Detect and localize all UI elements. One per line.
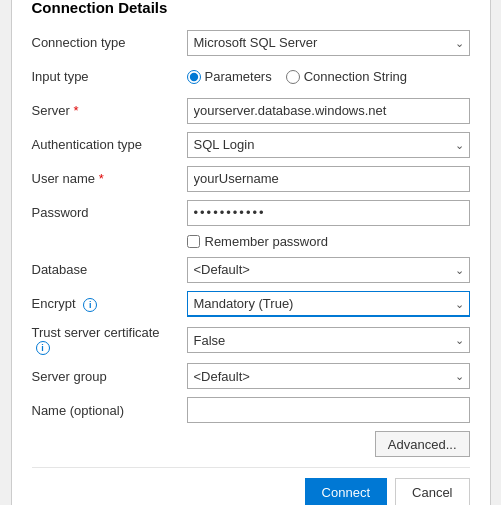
trust-cert-label: Trust server certificate i xyxy=(32,325,187,356)
encrypt-control: Mandatory (True)Optional (False)Strict (… xyxy=(187,291,470,317)
input-type-parameters-radio-label[interactable]: Parameters xyxy=(187,69,272,84)
username-row: User name * xyxy=(32,166,470,192)
advanced-button[interactable]: Advanced... xyxy=(375,431,470,457)
server-group-select-wrap: <Default> ⌄ xyxy=(187,363,470,389)
connection-type-select[interactable]: Microsoft SQL Server xyxy=(187,30,470,56)
connection-type-label: Connection type xyxy=(32,35,187,50)
input-type-connection-string-radio[interactable] xyxy=(286,70,300,84)
server-label: Server * xyxy=(32,103,187,118)
trust-cert-info-icon[interactable]: i xyxy=(36,341,50,355)
database-label: Database xyxy=(32,262,187,277)
password-row: Password xyxy=(32,200,470,226)
input-type-control: Parameters Connection String xyxy=(187,69,470,84)
name-control xyxy=(187,397,470,423)
database-control: <Default> ⌄ xyxy=(187,257,470,283)
input-type-parameters-radio[interactable] xyxy=(187,70,201,84)
advanced-row: Advanced... xyxy=(32,431,470,457)
trust-cert-row: Trust server certificate i FalseTrue ⌄ xyxy=(32,325,470,356)
auth-type-control: SQL Login ⌄ xyxy=(187,132,470,158)
input-type-label: Input type xyxy=(32,69,187,84)
encrypt-select[interactable]: Mandatory (True)Optional (False)Strict (… xyxy=(187,291,470,317)
dialog-title: Connection Details xyxy=(32,0,470,16)
server-input[interactable] xyxy=(187,98,470,124)
name-row: Name (optional) xyxy=(32,397,470,423)
connection-type-select-wrap: Microsoft SQL Server ⌄ xyxy=(187,30,470,56)
server-group-control: <Default> ⌄ xyxy=(187,363,470,389)
remember-password-row: Remember password xyxy=(32,234,470,249)
input-type-row: Input type Parameters Connection String xyxy=(32,64,470,90)
password-label: Password xyxy=(32,205,187,220)
remember-password-checkbox-label[interactable]: Remember password xyxy=(187,234,329,249)
password-input[interactable] xyxy=(187,200,470,226)
trust-cert-control: FalseTrue ⌄ xyxy=(187,327,470,353)
username-input[interactable] xyxy=(187,166,470,192)
auth-type-row: Authentication type SQL Login ⌄ xyxy=(32,132,470,158)
username-label: User name * xyxy=(32,171,187,186)
server-group-row: Server group <Default> ⌄ xyxy=(32,363,470,389)
button-row: Connect Cancel xyxy=(32,467,470,505)
database-select[interactable]: <Default> xyxy=(187,257,470,283)
encrypt-select-wrap: Mandatory (True)Optional (False)Strict (… xyxy=(187,291,470,317)
connection-type-control: Microsoft SQL Server ⌄ xyxy=(187,30,470,56)
connection-type-row: Connection type Microsoft SQL Server ⌄ xyxy=(32,30,470,56)
name-label: Name (optional) xyxy=(32,403,187,418)
remember-password-text: Remember password xyxy=(205,234,329,249)
server-group-label: Server group xyxy=(32,369,187,384)
input-type-parameters-text: Parameters xyxy=(205,69,272,84)
input-type-connection-string-text: Connection String xyxy=(304,69,407,84)
auth-type-label: Authentication type xyxy=(32,137,187,152)
trust-cert-select-wrap: FalseTrue ⌄ xyxy=(187,327,470,353)
database-row: Database <Default> ⌄ xyxy=(32,257,470,283)
encrypt-label: Encrypt i xyxy=(32,296,187,312)
encrypt-row: Encrypt i Mandatory (True)Optional (Fals… xyxy=(32,291,470,317)
input-type-connection-string-radio-label[interactable]: Connection String xyxy=(286,69,407,84)
cancel-button[interactable]: Cancel xyxy=(395,478,469,505)
server-control xyxy=(187,98,470,124)
auth-type-select[interactable]: SQL Login xyxy=(187,132,470,158)
remember-password-checkbox[interactable] xyxy=(187,235,200,248)
server-row: Server * xyxy=(32,98,470,124)
encrypt-info-icon[interactable]: i xyxy=(83,298,97,312)
connection-details-dialog: Connection Details Connection type Micro… xyxy=(11,0,491,505)
username-control xyxy=(187,166,470,192)
password-control xyxy=(187,200,470,226)
auth-type-select-wrap: SQL Login ⌄ xyxy=(187,132,470,158)
trust-cert-select[interactable]: FalseTrue xyxy=(187,327,470,353)
name-input[interactable] xyxy=(187,397,470,423)
server-group-select[interactable]: <Default> xyxy=(187,363,470,389)
connect-button[interactable]: Connect xyxy=(305,478,387,505)
database-select-wrap: <Default> ⌄ xyxy=(187,257,470,283)
